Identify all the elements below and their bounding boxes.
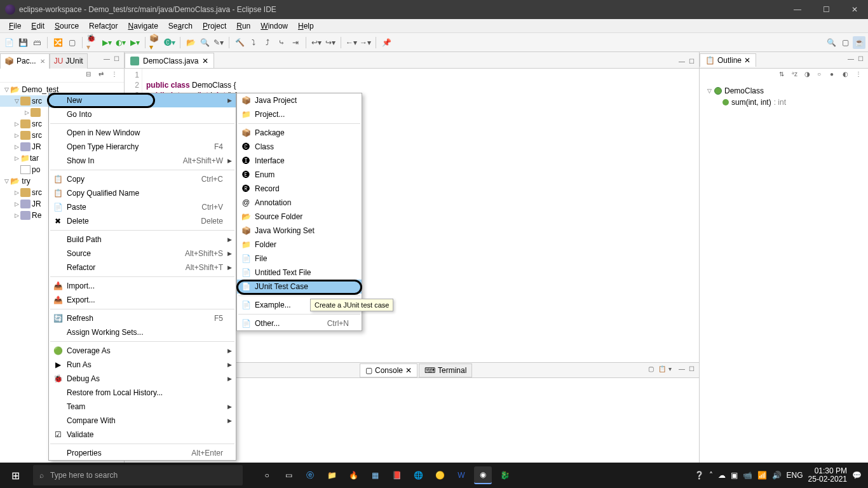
minimize-button[interactable]: ― <box>789 5 806 14</box>
word-icon[interactable]: W <box>452 466 470 484</box>
menu-item-show-in[interactable]: Show InAlt+Shift+W▶ <box>49 154 236 168</box>
outline-class-node[interactable]: ▽DemoClass <box>702 85 865 97</box>
taskbar-clock[interactable]: 01:30 PM 25-02-2021 <box>808 467 847 484</box>
menu-item-source[interactable]: SourceAlt+Shift+S▶ <box>49 247 236 261</box>
menu-item-team[interactable]: Team▶ <box>49 400 236 414</box>
collapse-icon[interactable]: ⊟ <box>86 71 96 81</box>
app2-icon[interactable]: 📕 <box>388 466 405 484</box>
menu-item-new[interactable]: New▶ <box>49 93 236 107</box>
save-icon[interactable]: 💾 <box>17 36 29 49</box>
menu-item-java-project[interactable]: 📦Java Project <box>237 93 362 107</box>
sort-icon[interactable]: ⇅ <box>779 71 789 81</box>
outline-menu-icon[interactable]: ⋮ <box>855 71 865 81</box>
menu-item-folder[interactable]: 📁Folder <box>237 238 362 252</box>
wand-icon[interactable]: ✎▾ <box>212 36 225 49</box>
search-toolbar-icon[interactable]: 🔍 <box>825 36 837 49</box>
newpkg-icon[interactable]: 📦▾ <box>149 36 162 49</box>
chrome-icon[interactable]: 🟡 <box>431 466 449 484</box>
close-tab-icon[interactable]: ✕ <box>40 58 45 65</box>
menu-item-assign-working-sets-[interactable]: Assign Working Sets... <box>49 325 236 339</box>
app3-icon[interactable]: 🐉 <box>496 466 513 484</box>
fwd-icon[interactable]: →▾ <box>359 36 372 49</box>
menu-item-run-as[interactable]: ▶Run As▶ <box>49 358 236 372</box>
maximize-button[interactable]: ☐ <box>818 5 835 14</box>
tray-onedrive-icon[interactable]: ☁ <box>718 471 726 480</box>
menu-item-copy-qualified-name[interactable]: 📋Copy Qualified Name <box>49 186 236 200</box>
package-explorer-tab[interactable]: 📦 Pac... ✕ <box>0 53 50 69</box>
viewmenu-icon[interactable]: ⋮ <box>111 71 121 81</box>
max-editor-icon[interactable]: ☐ <box>689 58 699 68</box>
step3-icon[interactable]: ⤷ <box>275 36 288 49</box>
menu-item-package[interactable]: 📦Package <box>237 126 362 140</box>
nav2-icon[interactable]: ↪▾ <box>324 36 337 49</box>
tray-up-icon[interactable]: ˄ <box>709 471 713 480</box>
app1-icon[interactable]: 🔥 <box>344 466 362 484</box>
edge-icon[interactable]: 🌐 <box>409 466 427 484</box>
outline-tab[interactable]: 📋Outline✕ <box>700 53 756 67</box>
calc-icon[interactable]: ▦ <box>366 466 384 484</box>
hide-nonpublic-icon[interactable]: ● <box>830 71 840 81</box>
newclass-icon[interactable]: 🅒▾ <box>163 36 176 49</box>
saveall-icon[interactable]: 🗃 <box>31 36 43 49</box>
outline-method-node[interactable]: sum(int, int) : int <box>702 97 865 108</box>
menu-item-import-[interactable]: 📥Import... <box>49 279 236 293</box>
pin-icon[interactable]: 📌 <box>380 36 393 49</box>
switch-icon[interactable]: 🔀 <box>51 36 64 49</box>
menu-item-go-into[interactable]: Go Into <box>49 107 236 121</box>
menu-item-copy[interactable]: 📋CopyCtrl+C <box>49 172 236 186</box>
menu-item-coverage-as[interactable]: 🟢Coverage As▶ <box>49 344 236 358</box>
hide-local-icon[interactable]: ◐ <box>843 71 853 81</box>
close-icon[interactable]: ✕ <box>744 56 750 65</box>
step1-icon[interactable]: ⤵ <box>247 36 260 49</box>
opentype-icon[interactable]: 📂 <box>184 36 197 49</box>
min-editor-icon[interactable]: ― <box>679 58 689 68</box>
cortana-icon[interactable]: ○ <box>258 466 276 484</box>
close-icon[interactable]: ✕ <box>405 366 412 375</box>
back-icon[interactable]: ←▾ <box>345 36 358 49</box>
menu-item-record[interactable]: 🅡Record <box>237 182 362 196</box>
search2-icon[interactable]: 🔍 <box>198 36 211 49</box>
menu-refactor[interactable]: Refactor <box>84 20 123 32</box>
menu-item-java-working-set[interactable]: 📦Java Working Set <box>237 224 362 238</box>
menu-project[interactable]: Project <box>198 20 231 32</box>
tray-help-icon[interactable]: ❔ <box>695 471 704 480</box>
console-tab[interactable]: ▢Console✕ <box>360 363 417 377</box>
junit-tab[interactable]: JU JUnit <box>50 53 88 69</box>
console-btn2[interactable]: 📋 <box>658 365 668 376</box>
tray-app-icon[interactable]: ▣ <box>731 471 738 480</box>
nav1-icon[interactable]: ↩▾ <box>310 36 323 49</box>
tray-notif-icon[interactable]: 💬 <box>852 471 862 480</box>
menu-item-refactor[interactable]: RefactorAlt+Shift+T▶ <box>49 261 236 274</box>
taskbar-search[interactable]: ⌕ Type here to search <box>33 465 243 485</box>
start-button[interactable]: ⊞ <box>0 463 31 488</box>
step2-icon[interactable]: ⤴ <box>261 36 274 49</box>
run-icon[interactable]: ▶▾ <box>100 36 113 49</box>
menu-item-file[interactable]: 📄File <box>237 252 362 266</box>
link-icon[interactable]: ⇄ <box>98 71 109 81</box>
taskview-icon[interactable]: ▭ <box>280 466 297 484</box>
menu-item-debug-as[interactable]: 🐞Debug As▶ <box>49 372 236 386</box>
menu-item-untitled-text-file[interactable]: 📄Untitled Text File <box>237 266 362 280</box>
hide-fields-icon[interactable]: ◑ <box>804 71 815 81</box>
menu-item-project-[interactable]: 📁Project... <box>237 107 362 121</box>
menu-item-compare-with[interactable]: Compare With▶ <box>49 414 236 428</box>
tray-meet-icon[interactable]: 📹 <box>743 471 752 480</box>
menu-run[interactable]: Run <box>231 20 255 32</box>
menu-help[interactable]: Help <box>293 20 319 32</box>
az-icon[interactable]: ᵃz <box>792 71 802 81</box>
eclipse-task-icon[interactable]: ◉ <box>474 466 492 484</box>
menu-window[interactable]: Window <box>255 20 293 32</box>
menu-navigate[interactable]: Navigate <box>123 20 163 32</box>
menu-search[interactable]: Search <box>163 20 198 32</box>
console-min-icon[interactable]: ― <box>679 365 689 376</box>
menu-item-other-[interactable]: 📄Other...Ctrl+N <box>237 316 362 330</box>
menu-item-junit-test-case[interactable]: 📄JUnit Test Case <box>237 280 362 294</box>
persp1-icon[interactable]: ▢ <box>839 36 851 49</box>
menu-item-delete[interactable]: ✖DeleteDelete <box>49 214 236 228</box>
menu-edit[interactable]: Edit <box>26 20 50 32</box>
console-max-icon[interactable]: ☐ <box>689 365 699 376</box>
debug-icon[interactable]: 🐞▾ <box>86 36 99 49</box>
terminal-tab[interactable]: ⌨Terminal <box>419 363 472 377</box>
build-icon[interactable]: 🔨 <box>233 36 246 49</box>
menu-item-annotation[interactable]: @Annotation <box>237 196 362 210</box>
